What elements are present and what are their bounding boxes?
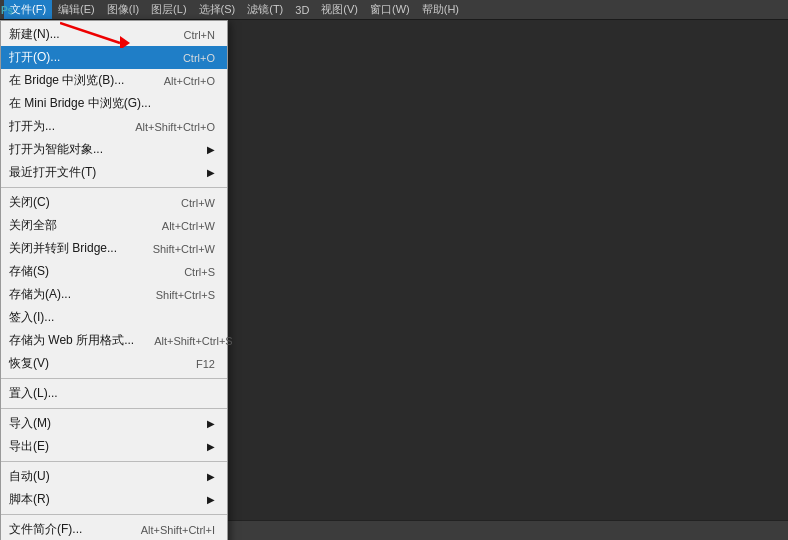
menu-window[interactable]: 窗口(W) (364, 0, 416, 19)
menu-help[interactable]: 帮助(H) (416, 0, 465, 19)
menu-item-export[interactable]: 导出(E) ▶ (1, 435, 227, 458)
menu-image[interactable]: 图像(I) (101, 0, 145, 19)
menu-item-revert[interactable]: 恢复(V) F12 (1, 352, 227, 375)
menu-bar: Ps 文件(F) 编辑(E) 图像(I) 图层(L) 选择(S) 滤镜(T) 3… (0, 0, 788, 20)
menu-item-close[interactable]: 关闭(C) Ctrl+W (1, 191, 227, 214)
menu-item-open-smart[interactable]: 打开为智能对象... ▶ (1, 138, 227, 161)
menu-item-new[interactable]: 新建(N)... Ctrl+N (1, 23, 227, 46)
menu-item-close-all[interactable]: 关闭全部 Alt+Ctrl+W (1, 214, 227, 237)
menu-item-close-bridge[interactable]: 关闭并转到 Bridge... Shift+Ctrl+W (1, 237, 227, 260)
separator-4 (1, 461, 227, 462)
menu-filter[interactable]: 滤镜(T) (241, 0, 289, 19)
menu-item-save-as[interactable]: 存储为(A)... Shift+Ctrl+S (1, 283, 227, 306)
menu-item-save-web[interactable]: 存储为 Web 所用格式... Alt+Shift+Ctrl+S (1, 329, 227, 352)
separator-1 (1, 187, 227, 188)
menu-layer[interactable]: 图层(L) (145, 0, 192, 19)
menu-item-open-mini-bridge[interactable]: 在 Mini Bridge 中浏览(G)... (1, 92, 227, 115)
menu-item-save[interactable]: 存储(S) Ctrl+S (1, 260, 227, 283)
menu-view[interactable]: 视图(V) (315, 0, 364, 19)
separator-2 (1, 378, 227, 379)
separator-5 (1, 514, 227, 515)
menu-item-open-as[interactable]: 打开为... Alt+Shift+Ctrl+O (1, 115, 227, 138)
menu-item-place[interactable]: 置入(L)... (1, 382, 227, 405)
menu-item-open[interactable]: 打开(O)... Ctrl+O (1, 46, 227, 69)
menu-item-file-info[interactable]: 文件简介(F)... Alt+Shift+Ctrl+I (1, 518, 227, 540)
separator-3 (1, 408, 227, 409)
menu-item-import[interactable]: 导入(M) ▶ (1, 412, 227, 435)
menu-item-checkin[interactable]: 签入(I)... (1, 306, 227, 329)
ps-logo[interactable]: Ps (0, 2, 14, 18)
file-dropdown-menu: 新建(N)... Ctrl+N 打开(O)... Ctrl+O 在 Bridge… (0, 20, 228, 540)
menu-item-open-bridge[interactable]: 在 Bridge 中浏览(B)... Alt+Ctrl+O (1, 69, 227, 92)
menu-item-recent[interactable]: 最近打开文件(T) ▶ (1, 161, 227, 184)
menu-item-scripts[interactable]: 脚本(R) ▶ (1, 488, 227, 511)
menu-select[interactable]: 选择(S) (193, 0, 242, 19)
menu-item-automate[interactable]: 自动(U) ▶ (1, 465, 227, 488)
menu-3d[interactable]: 3D (289, 0, 315, 19)
menu-edit[interactable]: 编辑(E) (52, 0, 101, 19)
